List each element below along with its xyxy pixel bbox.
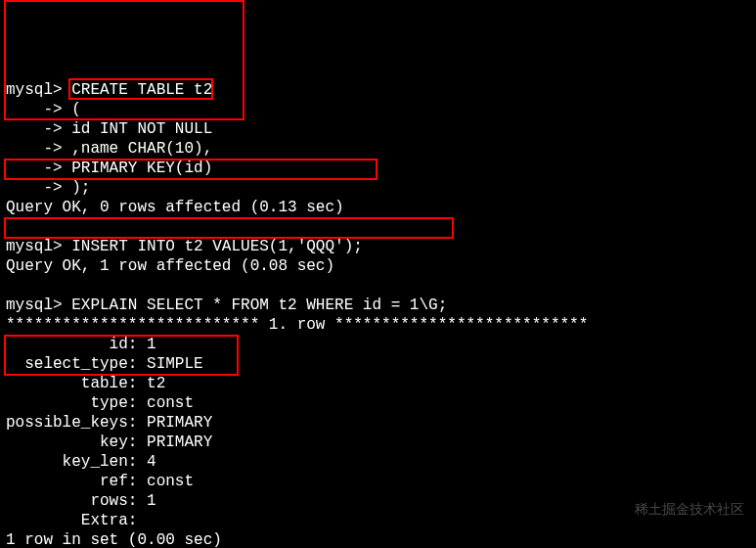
terminal-output: mysql> CREATE TABLE t2 -> ( -> id INT NO… [6, 80, 750, 548]
terminal-line: type: const [6, 393, 750, 413]
terminal-line: mysql> INSERT INTO t2 VALUES(1,'QQQ'); [6, 237, 750, 256]
terminal-line: select_type: SIMPLE [6, 354, 750, 374]
terminal-line: Query OK, 0 rows affected (0.13 sec) [6, 198, 750, 217]
terminal-line: Query OK, 1 row affected (0.08 sec) [6, 256, 750, 276]
terminal-line: mysql> EXPLAIN SELECT * FROM t2 WHERE id… [6, 296, 750, 315]
terminal-line [6, 217, 750, 237]
terminal-line: key_len: 4 [6, 452, 750, 472]
terminal-line: -> PRIMARY KEY(id) [6, 159, 750, 178]
watermark-text: 稀土掘金技术社区 [635, 499, 744, 519]
terminal-line: -> id INT NOT NULL [6, 119, 750, 139]
terminal-line: table: t2 [6, 374, 750, 393]
terminal-line [6, 276, 750, 296]
terminal-line: -> ,name CHAR(10), [6, 139, 750, 159]
terminal-line: possible_keys: PRIMARY [6, 413, 750, 433]
terminal-line: key: PRIMARY [6, 433, 750, 452]
terminal-line: mysql> CREATE TABLE t2 [6, 80, 750, 100]
terminal-line: -> ); [6, 178, 750, 198]
terminal-line: *************************** 1. row *****… [6, 315, 750, 335]
terminal-line: 1 row in set (0.00 sec) [6, 530, 750, 548]
terminal-line: id: 1 [6, 335, 750, 354]
terminal-line: ref: const [6, 472, 750, 491]
terminal-line: -> ( [6, 100, 750, 119]
